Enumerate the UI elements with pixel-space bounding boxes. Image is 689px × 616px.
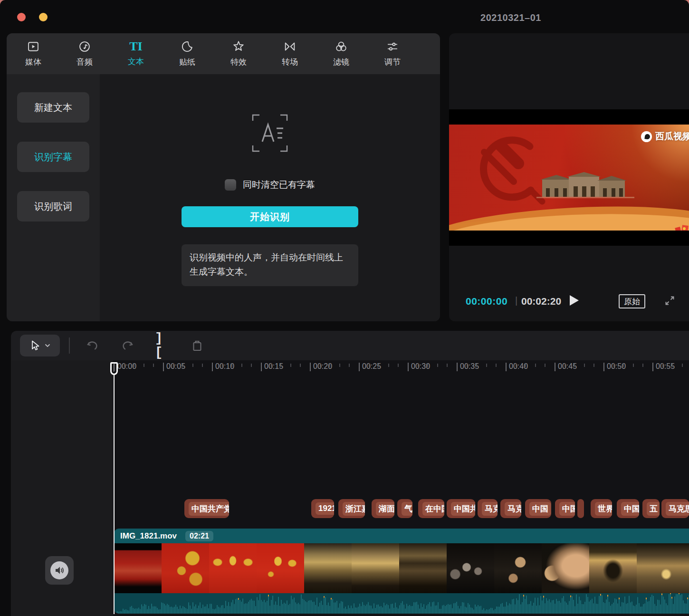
- time-ruler[interactable]: 00:0000:0500:1000:1500:2000:2500:3000:35…: [0, 359, 689, 375]
- redo-icon: [121, 339, 134, 352]
- split-button[interactable]: ][: [155, 338, 169, 353]
- asset-tabs-bar: 媒体 音频 TI 文本 贴纸: [7, 33, 440, 74]
- ruler-tick: [359, 363, 360, 371]
- play-button[interactable]: [570, 295, 579, 306]
- undo-button[interactable]: [86, 338, 100, 353]
- minimize-window-button[interactable]: [39, 13, 48, 21]
- ruler-tick: [290, 364, 291, 367]
- subtitle-clip[interactable]: 中国: [555, 499, 575, 518]
- ruler-tick: [447, 364, 448, 367]
- subtitle-clip[interactable]: 在中国: [418, 499, 444, 518]
- ruler-tick: [408, 363, 409, 371]
- ruler-tick: [320, 364, 321, 367]
- subtitle-clip[interactable]: 湖面_: [372, 499, 394, 518]
- tab-text[interactable]: TI 文本: [110, 37, 162, 71]
- toolbar-divider: [69, 337, 70, 354]
- building-illustration: [536, 168, 635, 202]
- ruler-tick: [682, 364, 683, 367]
- adjust-sliders-icon: [386, 40, 399, 53]
- subtitle-clip[interactable]: 中国: [525, 499, 551, 518]
- ruler-tick: [427, 364, 428, 367]
- split-icon: ][: [155, 331, 169, 360]
- clip-duration-badge: 02:21: [185, 531, 213, 541]
- subtitle-clip[interactable]: 马克: [500, 499, 521, 518]
- clip-header: IMG_1821.mov 02:21: [114, 529, 689, 543]
- cursor-icon: [30, 340, 40, 351]
- clip-thumbnail: [447, 543, 494, 593]
- audio-waveform: [114, 593, 689, 614]
- text-sidebar: 新建文本 识别字幕 识别歌词: [7, 74, 100, 321]
- ruler-tick: [144, 364, 144, 367]
- ruler-tick: [555, 363, 555, 371]
- ruler-tick: [467, 364, 468, 367]
- ruler-tick: [476, 364, 477, 367]
- clip-thumbnail: [257, 543, 304, 593]
- total-duration: 00:02:20: [521, 296, 561, 307]
- original-quality-button[interactable]: 原始: [619, 294, 645, 308]
- sidebar-item-new-text[interactable]: 新建文本: [17, 92, 89, 123]
- filter-icon: [335, 40, 348, 53]
- ruler-tick: [603, 363, 604, 371]
- subtitle-clip[interactable]: 浙江嘉: [338, 499, 365, 518]
- transition-icon: [283, 40, 297, 53]
- subtitle-clip[interactable]: 1921: [311, 499, 334, 518]
- tab-effects[interactable]: 特效: [213, 37, 264, 71]
- ruler-tick: [163, 363, 164, 371]
- tab-transition[interactable]: 转场: [264, 37, 316, 71]
- clear-existing-subtitles-checkbox[interactable]: [225, 179, 236, 191]
- ruler-tick: [182, 364, 183, 367]
- ruler-tick: [329, 364, 330, 367]
- subtitle-clip[interactable]: 中国共产党: [184, 499, 229, 518]
- close-window-button[interactable]: [17, 13, 26, 21]
- subtitle-clip[interactable]: 中国共: [447, 499, 475, 518]
- subtitle-clip[interactable]: 马克思: [661, 499, 689, 518]
- checkbox-label: 同时清空已有字幕: [243, 179, 315, 191]
- subtitle-clip[interactable]: 中国: [617, 499, 639, 518]
- subtitle-clip[interactable]: 气: [397, 499, 412, 518]
- xigua-logo-icon: [641, 131, 652, 142]
- subtitle-clip[interactable]: 马克: [478, 499, 498, 518]
- tab-filter[interactable]: 滤镜: [316, 37, 367, 71]
- tab-label: 特效: [230, 57, 247, 67]
- ruler-tick: [662, 364, 663, 367]
- delete-button[interactable]: [190, 338, 204, 353]
- sidebar-item-recognize-subtitles[interactable]: 识别字幕: [17, 142, 89, 172]
- ruler-tick: [584, 364, 585, 367]
- clip-thumbnail: [209, 543, 257, 593]
- track-mute-button[interactable]: [45, 556, 74, 585]
- ruler-tick: [623, 364, 624, 367]
- ruler-tick: [134, 364, 134, 367]
- video-frame: 西瓜视频: [449, 125, 689, 231]
- video-clip[interactable]: IMG_1821.mov 02:21: [114, 529, 689, 614]
- ruler-tick: [153, 364, 154, 367]
- ruler-tick: [339, 364, 340, 367]
- subtitle-recognition-icon: [252, 113, 288, 153]
- video-preview[interactable]: 西瓜视频: [449, 109, 689, 246]
- ruler-tick: [525, 364, 526, 367]
- redo-button[interactable]: [120, 338, 134, 353]
- clip-thumbnail: [399, 543, 447, 593]
- ruler-tick: [261, 363, 262, 371]
- start-recognition-button[interactable]: 开始识别: [182, 206, 358, 227]
- subtitle-clip[interactable]: [577, 499, 584, 518]
- ruler-tick: [369, 364, 370, 367]
- tab-media[interactable]: 媒体: [8, 37, 59, 71]
- ruler-tick: [124, 364, 125, 367]
- subtitle-clip[interactable]: 世界: [591, 499, 612, 518]
- fullscreen-icon[interactable]: [664, 295, 675, 306]
- playhead-handle[interactable]: [110, 362, 118, 375]
- tab-label: 媒体: [25, 57, 41, 67]
- app-window: 20210321–01 媒体 音频 TI: [0, 0, 689, 616]
- tab-sticker[interactable]: 贴纸: [162, 37, 213, 71]
- ruler-tick: [251, 364, 252, 367]
- select-tool-button[interactable]: [20, 335, 60, 356]
- tab-adjust[interactable]: 调节: [367, 37, 418, 71]
- tab-audio[interactable]: 音频: [59, 37, 110, 71]
- sidebar-item-recognize-lyrics[interactable]: 识别歌词: [17, 191, 89, 221]
- tab-label: 文本: [128, 56, 144, 67]
- clip-thumbnail: [352, 543, 399, 593]
- subtitle-clip[interactable]: 五: [642, 499, 660, 518]
- chevron-down-icon: [45, 344, 50, 347]
- tab-label: 转场: [282, 57, 298, 67]
- recognize-panel: 同时清空已有字幕 开始识别 识别视频中的人声，并自动在时间线上生成字幕文本。: [100, 74, 440, 321]
